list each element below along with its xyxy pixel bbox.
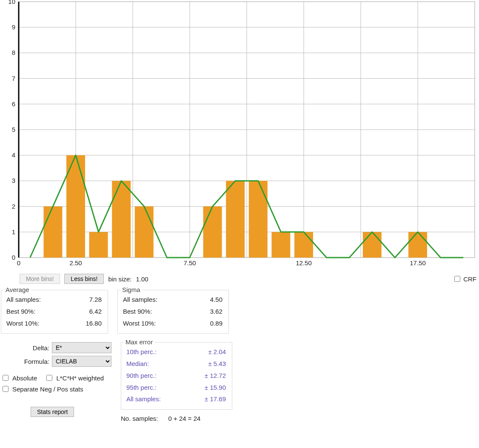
maxerr-p90-label: 90th perc.: bbox=[126, 370, 173, 382]
options-column: Delta: E* Formula: CIELAB Absolute L*C*H… bbox=[1, 342, 111, 422]
svg-text:5: 5 bbox=[12, 126, 15, 133]
svg-text:1: 1 bbox=[12, 228, 15, 235]
avg-all-value: 7.28 bbox=[76, 294, 102, 306]
lch-weighted-checkbox[interactable] bbox=[46, 375, 52, 381]
more-bins-button[interactable]: More bins! bbox=[20, 274, 60, 284]
formula-label: Formula: bbox=[15, 358, 49, 365]
nsamples-value: 0 + 24 = 24 bbox=[168, 415, 201, 422]
chart-container: 01234567891002.507.5012.5017.50 bbox=[0, 0, 479, 272]
stats-panels-row: Average All samples:7.28 Best 90%:6.42 W… bbox=[0, 290, 479, 334]
svg-rect-44 bbox=[363, 232, 382, 258]
max-error-panel: Max error 10th perc.:± 2.04 Median:± 5.4… bbox=[121, 342, 232, 410]
avg-all-label: All samples: bbox=[6, 294, 53, 306]
maxerr-title: Max error bbox=[124, 338, 154, 346]
svg-text:0: 0 bbox=[12, 254, 15, 261]
absolute-checkbox[interactable] bbox=[3, 375, 9, 381]
svg-text:0: 0 bbox=[17, 259, 20, 267]
svg-text:17.50: 17.50 bbox=[410, 259, 426, 267]
svg-text:9: 9 bbox=[12, 23, 15, 31]
svg-text:6: 6 bbox=[12, 100, 15, 108]
nsamples-label: No. samples: bbox=[121, 415, 158, 422]
histogram-chart: 01234567891002.507.5012.5017.50 bbox=[0, 0, 479, 269]
separate-negpos-label: Separate Neg / Pos stats bbox=[12, 386, 83, 393]
svg-text:7: 7 bbox=[12, 75, 15, 82]
sigma-worst-label: Worst 10%: bbox=[123, 318, 170, 329]
svg-rect-42 bbox=[271, 232, 290, 258]
average-panel: Average All samples:7.28 Best 90%:6.42 W… bbox=[1, 290, 108, 334]
less-bins-button[interactable]: Less bins! bbox=[64, 274, 104, 284]
sigma-all-value: 4.50 bbox=[197, 294, 222, 306]
svg-text:12.50: 12.50 bbox=[296, 259, 312, 267]
svg-rect-40 bbox=[226, 181, 245, 258]
bin-size-label: bin size: bbox=[108, 275, 131, 283]
svg-text:2: 2 bbox=[12, 203, 15, 210]
maxerr-median-value: ± 5.43 bbox=[200, 358, 226, 370]
maxerr-p95-value: ± 15.90 bbox=[200, 382, 226, 394]
svg-text:10: 10 bbox=[8, 0, 15, 5]
sigma-best-label: Best 90%: bbox=[123, 306, 170, 318]
separate-negpos-checkbox[interactable] bbox=[3, 386, 9, 392]
svg-rect-41 bbox=[249, 181, 268, 258]
svg-rect-38 bbox=[135, 207, 154, 258]
svg-rect-45 bbox=[408, 232, 427, 258]
maxerr-all-value: ± 17.69 bbox=[200, 393, 226, 405]
svg-text:4: 4 bbox=[12, 151, 15, 159]
bin-controls-row: More bins! Less bins! bin size: 1.00 CRF bbox=[0, 274, 479, 284]
svg-rect-37 bbox=[112, 181, 131, 258]
bottom-row: Delta: E* Formula: CIELAB Absolute L*C*H… bbox=[0, 342, 479, 422]
svg-text:2.50: 2.50 bbox=[69, 259, 82, 267]
svg-rect-36 bbox=[89, 232, 108, 258]
svg-text:8: 8 bbox=[12, 49, 15, 56]
maxerr-median-label: Median: bbox=[126, 358, 173, 370]
sigma-all-label: All samples: bbox=[123, 294, 170, 306]
sigma-title: Sigma bbox=[120, 286, 142, 293]
crf-checkbox[interactable] bbox=[454, 276, 460, 282]
lch-weighted-label: L*C*H* weighted bbox=[56, 374, 104, 382]
avg-worst-label: Worst 10%: bbox=[6, 318, 53, 329]
crf-label: CRF bbox=[463, 275, 476, 283]
svg-text:7.50: 7.50 bbox=[183, 259, 196, 267]
maxerr-p95-label: 95th perc.: bbox=[126, 382, 173, 394]
svg-rect-43 bbox=[294, 232, 313, 258]
maxerr-p10-label: 10th perc.: bbox=[126, 346, 173, 358]
average-title: Average bbox=[4, 286, 31, 293]
sigma-worst-value: 0.89 bbox=[197, 318, 222, 329]
svg-rect-39 bbox=[203, 207, 222, 258]
maxerr-column: Max error 10th perc.:± 2.04 Median:± 5.4… bbox=[121, 342, 232, 422]
delta-select[interactable]: E* bbox=[52, 342, 111, 353]
svg-rect-34 bbox=[43, 207, 62, 258]
sigma-panel: Sigma All samples:4.50 Best 90%:3.62 Wor… bbox=[117, 290, 229, 334]
avg-best-value: 6.42 bbox=[76, 306, 102, 318]
absolute-label: Absolute bbox=[12, 374, 37, 382]
svg-text:3: 3 bbox=[12, 177, 15, 184]
maxerr-p90-value: ± 12.72 bbox=[200, 370, 226, 382]
bin-size-value: 1.00 bbox=[136, 275, 148, 283]
maxerr-all-label: All samples: bbox=[126, 393, 173, 405]
delta-label: Delta: bbox=[15, 344, 49, 352]
avg-worst-value: 16.80 bbox=[76, 318, 102, 329]
formula-select[interactable]: CIELAB bbox=[52, 356, 111, 367]
maxerr-p10-value: ± 2.04 bbox=[200, 346, 226, 358]
sigma-best-value: 3.62 bbox=[197, 306, 222, 318]
stats-report-button[interactable]: Stats report bbox=[31, 407, 74, 417]
avg-best-label: Best 90%: bbox=[6, 306, 53, 318]
